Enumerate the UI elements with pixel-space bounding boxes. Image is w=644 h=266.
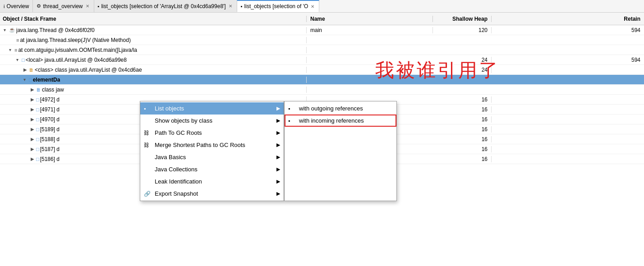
retained-cell: 594 (492, 57, 644, 63)
expand-button[interactable]: ▾ (4, 28, 9, 32)
table-row[interactable]: ▾ ☕ java.lang.Thread @ 0x4cd6f02f0 main … (0, 25, 644, 35)
row-text: at java.lang.Thread.sleep(J)V (Native Me… (20, 37, 130, 43)
shallow-cell: 120 (433, 27, 492, 33)
column-headers: Object / Stack Frame Name Shallow Heap R… (0, 13, 644, 25)
thread-icon: ☕ (9, 27, 15, 33)
tab-overview[interactable]: i Overview (0, 0, 33, 12)
submenu-item-incoming[interactable]: ▪ with incoming references (285, 115, 396, 127)
stack-icon: ≡ (16, 37, 19, 43)
gear-icon: ⚙ (37, 3, 41, 9)
object-cell: ≡ at java.lang.Thread.sleep(J)V (Native … (0, 37, 307, 43)
export-icon: 🔗 (144, 191, 151, 197)
expand-button[interactable]: ▶ (31, 87, 36, 92)
submenu-item-outgoing-label: with outgoing references (299, 105, 363, 112)
submenu-item-outgoing[interactable]: ▪ with outgoing references (285, 102, 396, 115)
menu-item-show-objects-label: Show objects by class (155, 117, 212, 124)
expand-button[interactable]: ▶ (31, 117, 36, 122)
class-icon: 🗎 (29, 67, 34, 73)
info-icon: i (4, 4, 5, 9)
menu-item-leak-id[interactable]: Leak Identification ▶ (140, 175, 284, 188)
object-cell: ▶ 🗎 class jaw (0, 87, 307, 93)
row-text: elementDa (33, 77, 60, 83)
tab-thread-overview-close[interactable]: ✕ (85, 4, 90, 9)
shallow-cell: 16 (433, 156, 492, 162)
shallow-cell: 16 (433, 116, 492, 123)
menu-item-java-basics[interactable]: Java Basics ▶ (140, 151, 284, 163)
menu-item-merge-paths[interactable]: ⛓ Merge Shortest Paths to GC Roots ▶ (140, 139, 284, 151)
menu-item-path-gc[interactable]: ⛓ Path To GC Roots ▶ (140, 127, 284, 139)
submenu-arrow: ▶ (276, 166, 280, 172)
row-text: [4971] d (40, 106, 60, 113)
menu-item-java-basics-label: Java Basics (155, 154, 186, 161)
submenu-arrow: ▶ (276, 191, 280, 197)
expand-button[interactable]: ▶ (31, 127, 36, 132)
expand-button[interactable]: ▾ (23, 77, 29, 82)
tab-list-objects-2-label: list_objects [selection of 'O (244, 3, 308, 9)
shallow-cell: 16 (433, 136, 492, 142)
row-text: <local> java.util.ArrayList @ 0x4cd6a99e… (26, 57, 127, 63)
doc-icon-2: ▪ (241, 4, 243, 9)
expand-button[interactable]: ▶ (31, 147, 36, 151)
menu-item-export[interactable]: 🔗 Export Snapshot ▶ (140, 188, 284, 200)
tab-overview-label: Overview (6, 3, 29, 9)
array-icon: □ (36, 117, 39, 122)
table-row[interactable]: ▾ □ <local> java.util.ArrayList @ 0x4cd6… (0, 55, 644, 65)
submenu-arrow: ▶ (276, 154, 280, 160)
array-icon: □ (36, 147, 39, 152)
menu-item-list-objects[interactable]: ▪ List objects ▶ (140, 102, 284, 115)
menu-item-list-objects-label: List objects (155, 105, 184, 112)
submenu-arrow: ▶ (276, 105, 280, 111)
table-row[interactable]: ▾ ≡ at com.atguigu.jvisualvm.OOMTest.mai… (0, 45, 644, 55)
menu-item-java-collections-label: Java Collections (155, 166, 198, 173)
tab-list-objects-1[interactable]: ▪ list_objects [selection of 'ArrayList … (94, 0, 237, 12)
submenu-item-incoming-label: with incoming references (299, 117, 364, 124)
tab-bar: i Overview ⚙ thread_overview ✕ ▪ list_ob… (0, 0, 644, 13)
table-row[interactable]: ≡ at java.lang.Thread.sleep(J)V (Native … (0, 35, 644, 45)
row-text: at com.atguigu.jvisualvm.OOMTest.main([L… (18, 47, 137, 53)
field-icon: □ (29, 77, 32, 83)
expand-button[interactable]: ▶ (31, 107, 36, 112)
main-content: Object / Stack Frame Name Shallow Heap R… (0, 13, 644, 266)
array-icon: 🗎 (36, 87, 41, 92)
merge-paths-icon: ⛓ (144, 142, 149, 148)
table-row[interactable]: ▶ 🗎 <class> class java.util.ArrayList @ … (0, 65, 644, 75)
row-text: <class> class java.util.ArrayList @ 0x4c… (35, 67, 142, 73)
expand-button[interactable]: ▶ (31, 137, 36, 142)
expand-button[interactable]: ▾ (9, 47, 14, 52)
expand-button[interactable]: ▶ (31, 156, 36, 161)
tab-list-objects-2[interactable]: ▪ list_objects [selection of 'O ✕ (237, 0, 320, 12)
expand-button[interactable]: ▶ (31, 97, 36, 102)
tab-thread-overview-label: thread_overview (43, 3, 83, 9)
table-row-selected[interactable]: ▾ □ elementDa (0, 75, 644, 85)
tab-list-objects-2-close[interactable]: ✕ (310, 4, 315, 9)
doc-icon-1: ▪ (98, 4, 100, 9)
tab-thread-overview[interactable]: ⚙ thread_overview ✕ (32, 0, 94, 12)
submenu: ▪ with outgoing references ▪ with incomi… (284, 101, 397, 201)
object-cell: ▾ □ elementDa (0, 77, 307, 83)
shallow-cell: 16 (433, 96, 492, 103)
object-cell: ▾ ☕ java.lang.Thread @ 0x4cd6f02f0 (0, 27, 307, 33)
list-objects-icon: ▪ (144, 105, 146, 112)
array-icon: □ (36, 97, 39, 102)
shallow-cell: 16 (433, 106, 492, 113)
row-text: [5189] d (40, 126, 60, 133)
stack-icon: ≡ (14, 47, 17, 53)
expand-button[interactable]: ▶ (23, 67, 29, 72)
col-header-shallow: Shallow Heap (433, 16, 492, 22)
expand-button[interactable]: ▾ (16, 57, 22, 62)
path-gc-icon: ⛓ (144, 130, 149, 136)
shallow-cell: 24 (433, 67, 492, 73)
array-icon: □ (36, 127, 39, 132)
menu-item-show-objects[interactable]: Show objects by class ▶ (140, 115, 284, 127)
col-header-object: Object / Stack Frame (0, 16, 307, 22)
object-cell: ▾ □ <local> java.util.ArrayList @ 0x4cd6… (0, 57, 307, 63)
table-row[interactable]: ▶ 🗎 class jaw (0, 85, 644, 95)
row-text: [4970] d (40, 116, 60, 123)
row-text: java.lang.Thread @ 0x4cd6f02f0 (16, 27, 95, 33)
context-menu: ▪ List objects ▶ Show objects by class ▶… (140, 101, 284, 201)
object-cell: ▶ 🗎 <class> class java.util.ArrayList @ … (0, 67, 307, 73)
shallow-cell: 24 (433, 57, 492, 63)
menu-item-java-collections[interactable]: Java Collections ▶ (140, 163, 284, 175)
shallow-cell: 16 (433, 146, 492, 152)
tab-list-objects-1-close[interactable]: ✕ (228, 4, 233, 9)
